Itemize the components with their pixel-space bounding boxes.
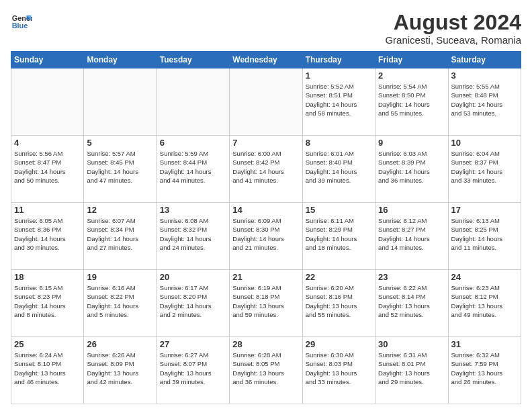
calendar-cell: 21Sunrise: 6:19 AMSunset: 8:18 PMDayligh… [230,270,302,337]
day-info: Sunrise: 5:57 AMSunset: 8:45 PMDaylight:… [87,149,153,185]
day-number: 31 [451,339,518,349]
calendar-cell [157,68,229,136]
day-info: Sunrise: 5:52 AMSunset: 8:51 PMDaylight:… [306,82,372,118]
day-info: Sunrise: 6:01 AMSunset: 8:40 PMDaylight:… [306,149,372,185]
day-info: Sunrise: 6:19 AMSunset: 8:18 PMDaylight:… [232,283,299,319]
calendar-cell: 14Sunrise: 6:09 AMSunset: 8:30 PMDayligh… [230,203,302,270]
day-info: Sunrise: 6:23 AMSunset: 8:12 PMDaylight:… [451,283,518,319]
day-info: Sunrise: 6:22 AMSunset: 8:14 PMDaylight:… [378,283,445,319]
title-block: August 2024 Granicesti, Suceava, Romania [385,11,521,46]
calendar-cell: 1Sunrise: 5:52 AMSunset: 8:51 PMDaylight… [302,68,375,136]
day-number: 7 [232,138,299,148]
day-info: Sunrise: 6:08 AMSunset: 8:32 PMDaylight:… [160,216,226,252]
calendar-week-3: 11Sunrise: 6:05 AMSunset: 8:36 PMDayligh… [11,203,521,270]
day-number: 13 [160,205,226,215]
day-number: 9 [378,138,445,148]
day-info: Sunrise: 6:04 AMSunset: 8:37 PMDaylight:… [451,149,518,185]
main-title: August 2024 [385,11,521,34]
day-info: Sunrise: 6:11 AMSunset: 8:29 PMDaylight:… [306,216,372,252]
day-number: 4 [14,138,81,148]
logo: General Blue [11,11,32,32]
calendar-cell: 11Sunrise: 6:05 AMSunset: 8:36 PMDayligh… [11,203,84,270]
day-number: 3 [451,71,518,81]
day-number: 27 [160,339,226,349]
calendar-cell: 7Sunrise: 6:00 AMSunset: 8:42 PMDaylight… [230,136,302,203]
day-info: Sunrise: 6:24 AMSunset: 8:10 PMDaylight:… [14,351,81,386]
day-info: Sunrise: 5:56 AMSunset: 8:47 PMDaylight:… [14,149,81,185]
calendar-cell: 17Sunrise: 6:13 AMSunset: 8:25 PMDayligh… [448,203,521,270]
day-number: 24 [451,272,518,282]
calendar-week-1: 1Sunrise: 5:52 AMSunset: 8:51 PMDaylight… [11,68,521,136]
day-info: Sunrise: 6:05 AMSunset: 8:36 PMDaylight:… [14,216,81,252]
subtitle: Granicesti, Suceava, Romania [385,34,521,46]
calendar-table: SundayMondayTuesdayWednesdayThursdayFrid… [11,51,521,404]
calendar-cell: 26Sunrise: 6:26 AMSunset: 8:09 PMDayligh… [84,337,157,404]
calendar-cell: 4Sunrise: 5:56 AMSunset: 8:47 PMDaylight… [11,136,84,203]
calendar-header-row: SundayMondayTuesdayWednesdayThursdayFrid… [11,52,521,68]
svg-text:Blue: Blue [12,21,28,30]
calendar-cell [84,68,157,136]
day-number: 8 [306,138,372,148]
calendar-cell: 31Sunrise: 6:32 AMSunset: 7:59 PMDayligh… [448,337,521,404]
day-number: 6 [160,138,226,148]
day-number: 18 [14,272,81,282]
day-number: 1 [306,71,372,81]
calendar-cell [11,68,84,136]
calendar-cell: 22Sunrise: 6:20 AMSunset: 8:16 PMDayligh… [302,270,375,337]
calendar-header-thursday: Thursday [302,52,375,68]
calendar-cell [230,68,302,136]
calendar-header-sunday: Sunday [11,52,84,68]
day-info: Sunrise: 6:09 AMSunset: 8:30 PMDaylight:… [232,216,299,252]
day-number: 12 [87,205,153,215]
calendar-cell: 9Sunrise: 6:03 AMSunset: 8:39 PMDaylight… [375,136,448,203]
day-number: 20 [160,272,226,282]
day-info: Sunrise: 6:28 AMSunset: 8:05 PMDaylight:… [232,351,299,386]
day-number: 14 [232,205,299,215]
calendar-cell: 15Sunrise: 6:11 AMSunset: 8:29 PMDayligh… [302,203,375,270]
day-info: Sunrise: 5:59 AMSunset: 8:44 PMDaylight:… [160,149,226,185]
day-number: 30 [378,339,445,349]
calendar-cell: 16Sunrise: 6:12 AMSunset: 8:27 PMDayligh… [375,203,448,270]
day-info: Sunrise: 6:07 AMSunset: 8:34 PMDaylight:… [87,216,153,252]
day-number: 15 [306,205,372,215]
calendar-cell: 27Sunrise: 6:27 AMSunset: 8:07 PMDayligh… [157,337,229,404]
day-number: 19 [87,272,153,282]
calendar-cell: 23Sunrise: 6:22 AMSunset: 8:14 PMDayligh… [375,270,448,337]
day-info: Sunrise: 6:13 AMSunset: 8:25 PMDaylight:… [451,216,518,252]
day-info: Sunrise: 6:12 AMSunset: 8:27 PMDaylight:… [378,216,445,252]
calendar-cell: 29Sunrise: 6:30 AMSunset: 8:03 PMDayligh… [302,337,375,404]
calendar-cell: 24Sunrise: 6:23 AMSunset: 8:12 PMDayligh… [448,270,521,337]
day-number: 25 [14,339,81,349]
calendar-cell: 8Sunrise: 6:01 AMSunset: 8:40 PMDaylight… [302,136,375,203]
day-info: Sunrise: 6:30 AMSunset: 8:03 PMDaylight:… [306,351,372,386]
calendar-header-tuesday: Tuesday [157,52,229,68]
calendar-cell: 2Sunrise: 5:54 AMSunset: 8:50 PMDaylight… [375,68,448,136]
day-info: Sunrise: 6:16 AMSunset: 8:22 PMDaylight:… [87,283,153,319]
calendar-cell: 10Sunrise: 6:04 AMSunset: 8:37 PMDayligh… [448,136,521,203]
day-number: 2 [378,71,445,81]
calendar-cell: 20Sunrise: 6:17 AMSunset: 8:20 PMDayligh… [157,270,229,337]
day-number: 5 [87,138,153,148]
calendar-cell: 30Sunrise: 6:31 AMSunset: 8:01 PMDayligh… [375,337,448,404]
day-info: Sunrise: 6:26 AMSunset: 8:09 PMDaylight:… [87,351,153,386]
day-number: 21 [232,272,299,282]
calendar-week-5: 25Sunrise: 6:24 AMSunset: 8:10 PMDayligh… [11,337,521,404]
day-number: 29 [306,339,372,349]
calendar-cell: 6Sunrise: 5:59 AMSunset: 8:44 PMDaylight… [157,136,229,203]
calendar-week-4: 18Sunrise: 6:15 AMSunset: 8:23 PMDayligh… [11,270,521,337]
day-info: Sunrise: 6:20 AMSunset: 8:16 PMDaylight:… [306,283,372,319]
day-number: 16 [378,205,445,215]
day-number: 28 [232,339,299,349]
day-info: Sunrise: 6:17 AMSunset: 8:20 PMDaylight:… [160,283,226,319]
calendar-header-wednesday: Wednesday [230,52,302,68]
calendar-cell: 18Sunrise: 6:15 AMSunset: 8:23 PMDayligh… [11,270,84,337]
calendar-cell: 19Sunrise: 6:16 AMSunset: 8:22 PMDayligh… [84,270,157,337]
calendar-cell: 28Sunrise: 6:28 AMSunset: 8:05 PMDayligh… [230,337,302,404]
calendar-cell: 12Sunrise: 6:07 AMSunset: 8:34 PMDayligh… [84,203,157,270]
day-info: Sunrise: 6:27 AMSunset: 8:07 PMDaylight:… [160,351,226,386]
logo-icon: General Blue [11,11,32,32]
calendar-cell: 3Sunrise: 5:55 AMSunset: 8:48 PMDaylight… [448,68,521,136]
day-info: Sunrise: 6:15 AMSunset: 8:23 PMDaylight:… [14,283,81,319]
day-info: Sunrise: 5:54 AMSunset: 8:50 PMDaylight:… [378,82,445,118]
calendar-header-friday: Friday [375,52,448,68]
